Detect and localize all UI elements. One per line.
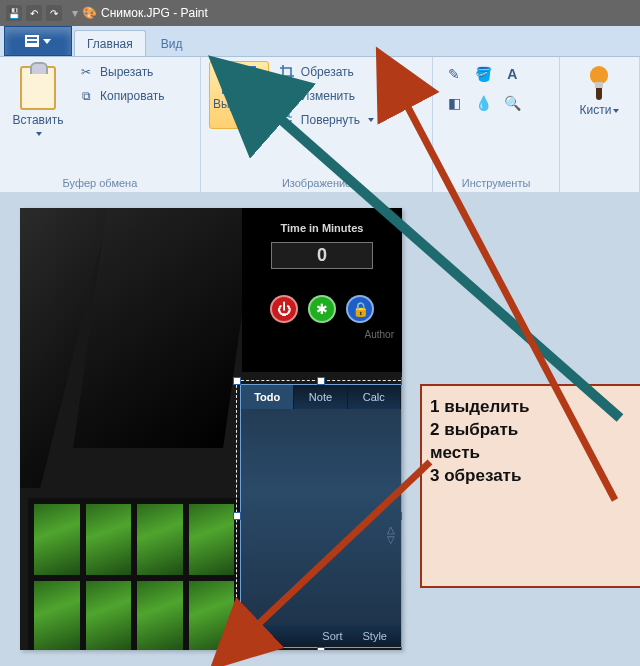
crop-icon xyxy=(279,64,295,80)
brushes-button[interactable]: Кисти xyxy=(569,61,629,122)
timer-author: Author xyxy=(242,323,402,340)
photo-window xyxy=(28,498,240,650)
copy-button[interactable]: ⧉ Копировать xyxy=(76,87,167,105)
color-picker-tool[interactable]: 💧 xyxy=(470,90,496,116)
chevron-down-icon xyxy=(43,39,51,44)
eraser-tool[interactable]: ◧ xyxy=(441,90,467,116)
title-dash: - xyxy=(170,6,181,20)
group-tools: ✎ 🪣 A ◧ 💧 🔍 Инструменты xyxy=(433,57,560,193)
quick-access-toolbar: 💾 ↶ ↷ xyxy=(6,5,62,21)
resize-label: Изменить xyxy=(301,89,355,103)
group-label xyxy=(568,173,631,191)
tab-view[interactable]: Вид xyxy=(148,30,196,56)
notes-tab-calc: Calc xyxy=(348,385,401,409)
tab-home[interactable]: Главная xyxy=(74,30,146,56)
select-button[interactable]: Выдели xyxy=(209,61,269,129)
group-label: Буфер обмена xyxy=(8,173,192,191)
group-label: Изображение xyxy=(209,173,424,191)
chevron-down-icon xyxy=(368,118,374,122)
chevron-down-icon xyxy=(613,109,619,113)
canvas[interactable]: Time in Minutes 0 ⏻ ✱ 🔒 Author Todo Note… xyxy=(20,208,402,650)
asterisk-icon: ✱ xyxy=(308,295,336,323)
crop-button[interactable]: Обрезать xyxy=(277,63,376,81)
power-icon: ⏻ xyxy=(270,295,298,323)
cut-label: Вырезать xyxy=(100,65,153,79)
annotation-line: 1 выделить xyxy=(430,396,634,419)
timer-value: 0 xyxy=(271,242,373,269)
paste-button[interactable]: Вставить xyxy=(8,61,68,145)
scroll-arrows-icon: △▽ xyxy=(387,525,395,545)
cut-button[interactable]: ✂ Вырезать xyxy=(76,63,167,81)
gadget-timer: Time in Minutes 0 ⏻ ✱ 🔒 Author xyxy=(242,208,402,372)
rotate-button[interactable]: Повернуть xyxy=(277,111,376,129)
resize-button[interactable]: Изменить xyxy=(277,87,376,105)
resize-icon xyxy=(279,88,295,104)
magnifier-tool[interactable]: 🔍 xyxy=(499,90,525,116)
redo-icon[interactable]: ↷ xyxy=(46,5,62,21)
notes-footer-sort: Sort xyxy=(322,630,342,642)
rotate-label: Повернуть xyxy=(301,113,360,127)
group-brushes: Кисти xyxy=(560,57,640,193)
group-image: Выдели Обрезать Изменить xyxy=(201,57,433,193)
annotation-line: 2 выбрать xyxy=(430,419,634,442)
select-label: Выдели xyxy=(213,97,257,111)
file-menu-icon xyxy=(25,35,39,47)
group-label: Инструменты xyxy=(441,173,551,191)
fill-tool[interactable]: 🪣 xyxy=(470,61,496,87)
lock-icon: 🔒 xyxy=(346,295,374,323)
title-bar: 💾 ↶ ↷ ▾ 🎨 Снимок.JPG - Paint xyxy=(0,0,640,26)
title-filename: Снимок.JPG xyxy=(101,6,170,20)
ribbon-tabstrip: Главная Вид xyxy=(0,26,640,57)
gadget-notes: Todo Note Calc △▽ Sort Style xyxy=(240,384,402,648)
ribbon: Вставить ✂ Вырезать ⧉ Копировать Буфер о… xyxy=(0,57,640,194)
notes-footer-style: Style xyxy=(363,630,387,642)
save-icon[interactable]: 💾 xyxy=(6,5,22,21)
annotation-box: 1 выделить 2 выбрать месть 3 обрезать xyxy=(420,384,640,588)
annotation-line: 3 обрезать xyxy=(430,465,634,488)
text-tool[interactable]: A xyxy=(499,61,525,87)
rotate-icon xyxy=(279,112,295,128)
scissors-icon: ✂ xyxy=(78,64,94,80)
paint-app-icon: 🎨 xyxy=(82,6,97,20)
copy-label: Копировать xyxy=(100,89,165,103)
pencil-tool[interactable]: ✎ xyxy=(441,61,467,87)
copy-icon: ⧉ xyxy=(78,88,94,104)
annotation-line: месть xyxy=(430,442,634,465)
paste-label: Вставить xyxy=(13,113,64,127)
brush-icon xyxy=(586,66,612,100)
title-appname: Paint xyxy=(181,6,208,20)
chevron-down-icon xyxy=(259,103,265,107)
separator: ▾ xyxy=(72,6,78,20)
group-clipboard: Вставить ✂ Вырезать ⧉ Копировать Буфер о… xyxy=(0,57,201,193)
chevron-down-icon xyxy=(36,132,42,136)
timer-title: Time in Minutes xyxy=(242,222,402,234)
undo-icon[interactable]: ↶ xyxy=(26,5,42,21)
brushes-label: Кисти xyxy=(579,103,611,117)
tools-grid: ✎ 🪣 A ◧ 💧 🔍 xyxy=(441,61,525,116)
notes-tab-note: Note xyxy=(294,385,347,409)
crop-label: Обрезать xyxy=(301,65,354,79)
selection-rectangle-icon xyxy=(222,66,256,94)
notes-tab-todo: Todo xyxy=(241,385,294,409)
clipboard-icon xyxy=(20,66,56,110)
file-menu-button[interactable] xyxy=(4,26,72,56)
